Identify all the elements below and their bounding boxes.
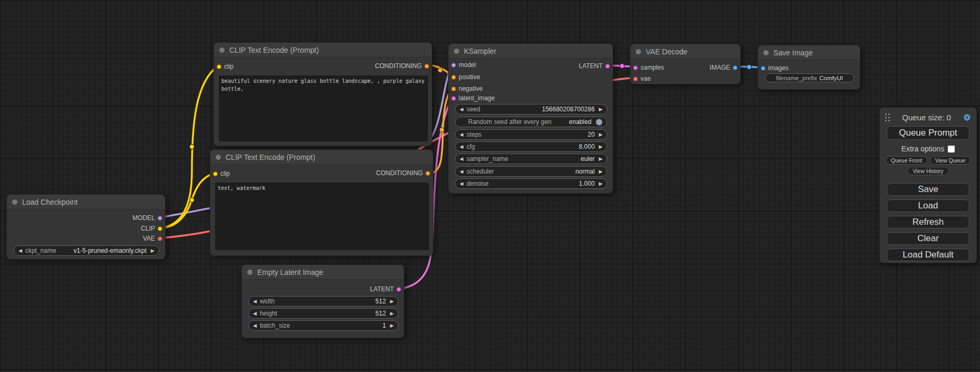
collapse-dot-icon[interactable] [219, 47, 225, 53]
node-title: Load Checkpoint [22, 198, 77, 206]
widget-value: 20 [588, 131, 595, 138]
queue-size-label: Queue size: 0 [890, 113, 963, 122]
node-empty-latent-image[interactable]: Empty Latent Image LATENT ◀ width 512 ▶ … [241, 264, 404, 338]
decrement-arrow-icon[interactable]: ◀ [18, 249, 22, 253]
increment-arrow-icon[interactable]: ▶ [390, 323, 394, 328]
decrement-arrow-icon[interactable]: ◀ [460, 132, 463, 137]
decrement-arrow-icon[interactable]: ◀ [460, 107, 463, 112]
denoise-widget[interactable]: ◀ denoise 1.000 ▶ [455, 178, 607, 189]
widget-value: 1.000 [579, 180, 595, 187]
decrement-arrow-icon[interactable]: ◀ [460, 182, 463, 186]
load-button[interactable]: Load [887, 199, 969, 212]
refresh-button[interactable]: Refresh [887, 216, 969, 228]
decrement-arrow-icon[interactable]: ◀ [253, 311, 257, 316]
collapse-dot-icon[interactable] [454, 49, 459, 54]
sampler-name-widget[interactable]: ◀ sampler_name euler ▶ [455, 154, 607, 164]
clear-button[interactable]: Clear [887, 232, 969, 245]
settings-gear-icon[interactable] [963, 113, 971, 121]
node-load-checkpoint[interactable]: Load Checkpoint MODEL CLIP VAE ◀ ckpt_na… [6, 194, 166, 260]
decrement-arrow-icon[interactable]: ◀ [253, 323, 257, 328]
input-slot-samples[interactable] [633, 65, 638, 70]
input-slot-images[interactable] [761, 66, 765, 71]
increment-arrow-icon[interactable]: ▶ [599, 157, 603, 161]
collapse-dot-icon[interactable] [12, 199, 17, 205]
increment-arrow-icon[interactable]: ▶ [151, 249, 154, 253]
input-slot-positive[interactable] [451, 75, 456, 80]
output-slot-latent[interactable] [396, 287, 401, 292]
positive-prompt-textarea[interactable]: beautiful scenery nature glass bottle la… [219, 75, 428, 141]
widget-label: sampler_name [467, 155, 508, 163]
decrement-arrow-icon[interactable]: ◀ [460, 157, 463, 161]
input-slot-vae[interactable] [633, 77, 638, 81]
negative-prompt-textarea[interactable]: text, watermark [215, 183, 429, 250]
increment-arrow-icon[interactable]: ▶ [599, 107, 603, 112]
node-title-bar: VAE Decode [630, 44, 740, 59]
view-queue-button[interactable]: View Queue [930, 156, 971, 165]
node-clip-text-encode-negative[interactable]: CLIP Text Encode (Prompt) clip CONDITION… [210, 149, 433, 256]
collapse-dot-icon[interactable] [216, 155, 221, 160]
input-slot-model[interactable] [451, 63, 456, 68]
seed-widget[interactable]: ◀ seed 156680208700286 ▶ [455, 104, 607, 115]
input-slot-clip[interactable] [217, 64, 221, 69]
widget-value: enabled [569, 118, 591, 126]
node-save-image[interactable]: Save Image images filename_prefix ComfyU… [758, 45, 860, 90]
increment-arrow-icon[interactable]: ▶ [599, 182, 603, 186]
output-slot-vae[interactable] [158, 236, 162, 241]
node-vae-decode[interactable]: VAE Decode samples vae IMAGE [630, 44, 741, 84]
collapse-dot-icon[interactable] [763, 50, 769, 55]
cfg-widget[interactable]: ◀ cfg 8.000 ▶ [455, 141, 607, 152]
random-seed-control-widget[interactable]: Random seed after every gen enabled [455, 117, 607, 127]
widget-value: v1-5-pruned-emaonly.ckpt [74, 247, 147, 254]
increment-arrow-icon[interactable]: ▶ [599, 132, 603, 137]
queue-front-button[interactable]: Queue Front [886, 156, 927, 165]
increment-arrow-icon[interactable]: ▶ [390, 299, 394, 304]
link-dot [440, 128, 444, 132]
decrement-arrow-icon[interactable]: ◀ [460, 145, 463, 149]
output-label-latent: LATENT [579, 62, 603, 70]
collapse-dot-icon[interactable] [636, 49, 641, 54]
batch-size-widget[interactable]: ◀ batch_size 1 ▶ [248, 320, 399, 331]
decrement-arrow-icon[interactable]: ◀ [460, 169, 463, 174]
input-label-clip: clip [224, 62, 234, 71]
extra-options-checkbox[interactable] [948, 146, 955, 152]
width-widget[interactable]: ◀ width 512 ▶ [248, 296, 399, 307]
queue-prompt-button[interactable]: Queue Prompt [887, 126, 969, 140]
widget-label: seed [467, 106, 480, 113]
widget-value: 512 [375, 310, 386, 317]
queue-panel[interactable]: Queue size: 0 Queue Prompt Extra options… [879, 107, 977, 263]
output-slot-model[interactable] [158, 216, 162, 221]
save-button[interactable]: Save [887, 183, 969, 196]
increment-arrow-icon[interactable]: ▶ [390, 311, 394, 316]
node-graph-canvas[interactable]: { "icons": { "arrow_left": "◀", "arrow_r… [0, 0, 980, 372]
widget-label: scheduler [467, 168, 494, 175]
widget-value: 1 [382, 322, 386, 329]
view-history-button[interactable]: View History [907, 167, 948, 175]
output-slot-conditioning[interactable] [424, 64, 429, 69]
input-slot-negative[interactable] [451, 87, 456, 91]
node-title-bar: CLIP Text Encode (Prompt) [210, 150, 433, 165]
widget-value: 156680208700286 [542, 106, 595, 113]
output-slot-latent[interactable] [605, 64, 610, 69]
drag-handle-icon[interactable] [885, 113, 890, 121]
input-slot-latent-image[interactable] [451, 96, 456, 101]
load-default-button[interactable]: Load Default [887, 249, 969, 261]
input-slot-clip[interactable] [213, 171, 218, 176]
node-clip-text-encode-positive[interactable]: CLIP Text Encode (Prompt) clip CONDITION… [214, 42, 432, 146]
steps-widget[interactable]: ◀ steps 20 ▶ [455, 129, 607, 140]
ckpt-name-widget[interactable]: ◀ ckpt_name v1-5-pruned-emaonly.ckpt ▶ [14, 245, 159, 256]
decrement-arrow-icon[interactable]: ◀ [253, 299, 257, 304]
widget-value: euler [580, 155, 595, 163]
height-widget[interactable]: ◀ height 512 ▶ [248, 308, 399, 319]
output-slot-conditioning[interactable] [425, 171, 430, 176]
scheduler-widget[interactable]: ◀ scheduler normal ▶ [455, 166, 607, 177]
collapse-dot-icon[interactable] [247, 270, 253, 275]
filename-prefix-widget[interactable]: filename_prefix ComfyUI [765, 73, 854, 82]
increment-arrow-icon[interactable]: ▶ [599, 169, 603, 174]
increment-arrow-icon[interactable]: ▶ [599, 145, 603, 149]
widget-label: filename_prefix [776, 75, 817, 81]
node-ksampler[interactable]: KSampler model positive negative latent_… [448, 43, 613, 194]
output-label-image: IMAGE [710, 63, 730, 72]
output-slot-image[interactable] [733, 65, 738, 70]
output-slot-clip[interactable] [158, 226, 162, 231]
toggle-enabled-icon[interactable] [596, 119, 603, 126]
